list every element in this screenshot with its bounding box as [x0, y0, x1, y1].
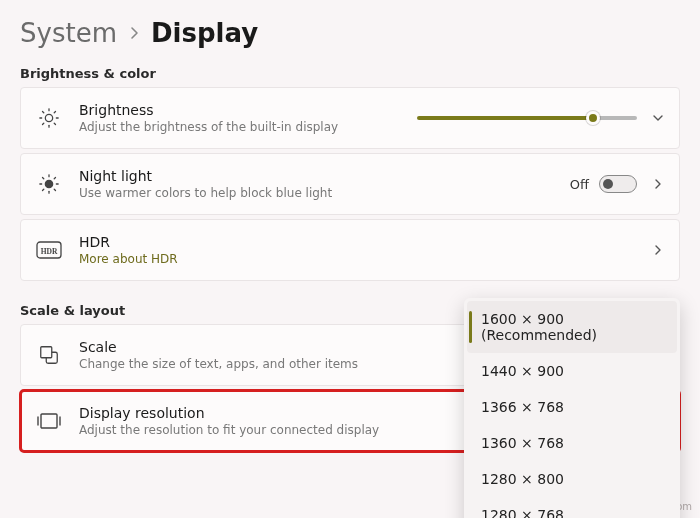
brightness-slider[interactable] [417, 109, 637, 127]
hdr-title: HDR [79, 234, 635, 250]
svg-point-0 [45, 114, 52, 121]
night-light-title: Night light [79, 168, 554, 184]
chevron-right-icon [129, 26, 139, 40]
hdr-row[interactable]: HDR HDR More about HDR [20, 219, 680, 281]
hdr-more-link[interactable]: More about HDR [79, 252, 635, 266]
resolution-option[interactable]: 1360 × 768 [467, 425, 677, 461]
svg-text:HDR: HDR [41, 247, 58, 256]
resolution-dropdown: 1600 × 900 (Recommended)1440 × 9001366 ×… [464, 298, 680, 518]
svg-line-8 [54, 111, 55, 112]
svg-line-17 [54, 177, 55, 178]
resolution-option[interactable]: 1440 × 900 [467, 353, 677, 389]
resolution-option[interactable]: 1366 × 768 [467, 389, 677, 425]
svg-rect-21 [41, 414, 57, 428]
scale-icon [35, 344, 63, 366]
svg-line-16 [42, 189, 43, 190]
svg-rect-20 [41, 347, 52, 358]
night-light-row[interactable]: Night light Use warmer colors to help bl… [20, 153, 680, 215]
moon-icon [35, 173, 63, 195]
chevron-right-icon[interactable] [651, 243, 665, 257]
brightness-row[interactable]: Brightness Adjust the brightness of the … [20, 87, 680, 149]
sun-icon [35, 107, 63, 129]
svg-point-9 [45, 180, 52, 187]
hdr-icon: HDR [35, 241, 63, 259]
svg-line-6 [54, 123, 55, 124]
resolution-option[interactable]: 1280 × 768 [467, 497, 677, 518]
chevron-down-icon[interactable] [651, 111, 665, 125]
night-light-toggle-label: Off [570, 177, 589, 192]
svg-line-5 [42, 111, 43, 112]
breadcrumb-current: Display [151, 18, 258, 48]
brightness-title: Brightness [79, 102, 401, 118]
resolution-option[interactable]: 1600 × 900 (Recommended) [467, 301, 677, 353]
resolution-icon [35, 411, 63, 431]
section-title-brightness-color: Brightness & color [0, 58, 700, 87]
brightness-subtitle: Adjust the brightness of the built-in di… [79, 120, 401, 134]
chevron-right-icon[interactable] [651, 177, 665, 191]
breadcrumb: System Display [0, 0, 700, 58]
breadcrumb-parent[interactable]: System [20, 18, 117, 48]
svg-line-15 [54, 189, 55, 190]
svg-line-14 [42, 177, 43, 178]
svg-line-7 [42, 123, 43, 124]
resolution-option[interactable]: 1280 × 800 [467, 461, 677, 497]
night-light-subtitle: Use warmer colors to help block blue lig… [79, 186, 554, 200]
night-light-toggle[interactable]: Off [570, 175, 637, 193]
